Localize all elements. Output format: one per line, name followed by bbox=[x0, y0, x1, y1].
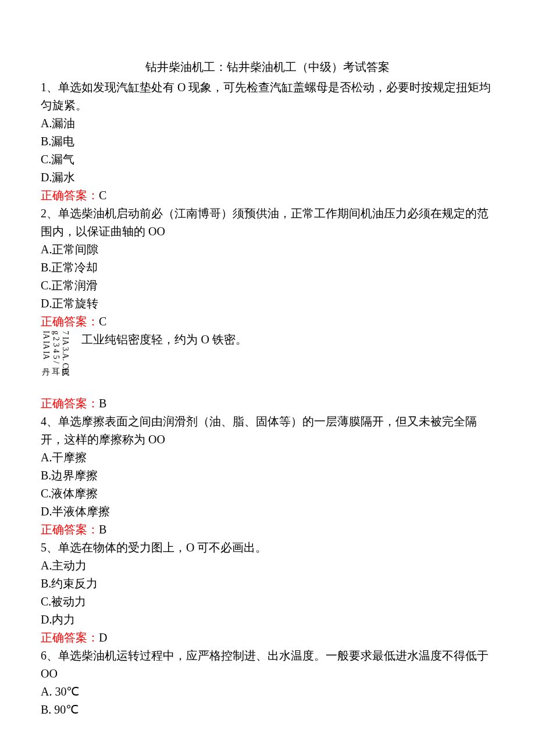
question-4-answer: 正确答案：B bbox=[41, 521, 494, 539]
answer-label: 正确答案： bbox=[41, 189, 99, 202]
answer-label: 正确答案： bbox=[41, 315, 99, 328]
question-5-option-b: B.约束反力 bbox=[41, 575, 494, 593]
question-2-text: 2、单选柴油机启动前必（江南博哥）须预供油，正常工作期间机油压力必须在规定的范围… bbox=[41, 205, 494, 241]
question-4-text: 4、单选摩擦表面之间由润滑剂（油、脂、固体等）的一层薄膜隔开，但又未被完全隔开，… bbox=[41, 413, 494, 449]
question-5-option-c: C.被动力 bbox=[41, 593, 494, 611]
answer-value: D bbox=[99, 631, 107, 644]
question-1-option-c: C.漏气 bbox=[41, 151, 494, 169]
question-3-vertical-text: 7 IA 3.A.氏 CD. g 2 3 4 5 耳/ IA IA IA 丹 bbox=[41, 331, 70, 395]
question-4-option-a: A.干摩擦 bbox=[41, 449, 494, 467]
question-5-answer: 正确答案：D bbox=[41, 629, 494, 647]
question-3-block: 7 IA 3.A.氏 CD. g 2 3 4 5 耳/ IA IA IA 丹 工… bbox=[41, 331, 494, 395]
question-1-answer: 正确答案：C bbox=[41, 187, 494, 205]
question-2-answer: 正确答案：C bbox=[41, 313, 494, 331]
question-1-option-d: D.漏水 bbox=[41, 169, 494, 187]
question-2-option-d: D.正常旋转 bbox=[41, 295, 494, 313]
question-2-option-c: C.正常润滑 bbox=[41, 277, 494, 295]
question-1-option-b: B.漏电 bbox=[41, 132, 494, 151]
question-4-option-c: C.液体摩擦 bbox=[41, 485, 494, 503]
question-3-text: 工业纯铝密度轻，约为 O 铁密。 bbox=[81, 331, 494, 349]
question-5-option-d: D.内力 bbox=[41, 611, 494, 629]
question-6-option-a: A. 30℃ bbox=[41, 683, 494, 701]
answer-label: 正确答案： bbox=[41, 631, 99, 644]
answer-label: 正确答案： bbox=[41, 523, 99, 536]
question-5-text: 5、单选在物体的受力图上，O 可不必画出。 bbox=[41, 539, 494, 557]
answer-value: B bbox=[99, 397, 106, 410]
answer-value: C bbox=[99, 315, 106, 328]
question-3-answer: 正确答案：B bbox=[41, 395, 494, 413]
question-4-option-d: D.半液体摩擦 bbox=[41, 503, 494, 521]
page-title: 钻井柴油机工：钻井柴油机工（中级）考试答案 bbox=[41, 58, 494, 76]
question-5-option-a: A.主动力 bbox=[41, 557, 494, 575]
question-4-option-b: B.边界摩擦 bbox=[41, 467, 494, 485]
question-1-option-a: A.漏油 bbox=[41, 114, 494, 132]
question-2-option-b: B.正常冷却 bbox=[41, 259, 494, 277]
question-6-option-b: B. 90℃ bbox=[41, 701, 494, 719]
answer-label: 正确答案： bbox=[41, 397, 99, 410]
answer-value: C bbox=[99, 189, 106, 202]
question-2-option-a: A.正常间隙 bbox=[41, 241, 494, 259]
question-1-text: 1、单选如发现汽缸垫处有 O 现象，可先检查汽缸盖螺母是否松动，必要时按规定扭矩… bbox=[41, 78, 494, 114]
answer-value: B bbox=[99, 523, 106, 536]
question-6-text: 6、单选柴油机运转过程中，应严格控制进、出水温度。一般要求最低进水温度不得低于 … bbox=[41, 647, 494, 683]
